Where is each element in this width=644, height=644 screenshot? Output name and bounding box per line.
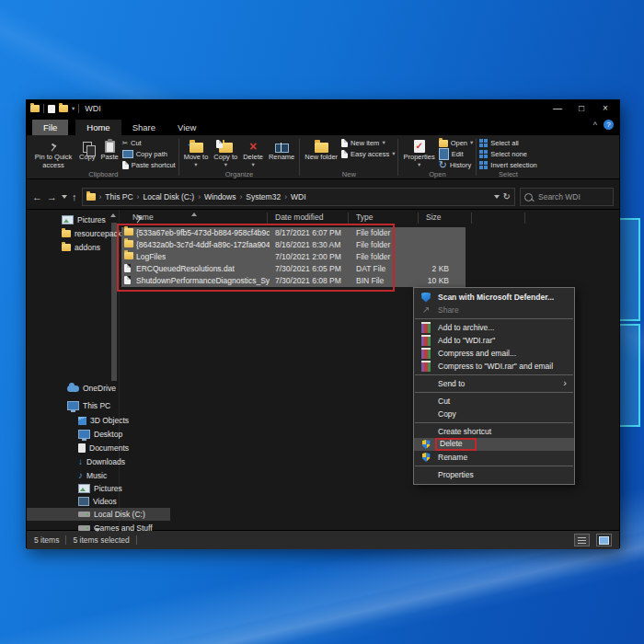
ribbon-group-open: ✓ Properties ▾ Open ▾ Edit <box>398 136 476 178</box>
breadcrumb-this-pc[interactable]: This PC <box>105 192 132 201</box>
menu-item-compress-and-email[interactable]: Compress and email... <box>414 347 574 360</box>
divider <box>415 422 573 423</box>
file-row[interactable]: ShutdownPerformanceDiagnostics_Syste... … <box>121 275 466 287</box>
properties-button[interactable]: ✓ Properties ▾ <box>401 137 436 167</box>
menu-item-cut[interactable]: Cut <box>414 395 574 408</box>
help-icon[interactable]: ? <box>604 120 614 130</box>
refresh-icon[interactable]: ↻ <box>503 192 511 201</box>
paste-button[interactable]: Paste <box>99 137 121 162</box>
rename-icon <box>275 144 289 153</box>
divider <box>415 318 573 319</box>
winrar-icon <box>421 335 431 346</box>
file-row[interactable]: LogFiles 7/10/2021 2:00 PM File folder <box>121 251 466 263</box>
copy-to-button[interactable]: Copy to ▾ <box>212 137 239 167</box>
rename-button[interactable]: Rename <box>267 137 296 162</box>
thumbnails-view-button[interactable] <box>596 534 612 546</box>
tab-view[interactable]: View <box>167 120 207 135</box>
menu-item-add-to-archive[interactable]: Add to archive... <box>414 321 574 334</box>
file-explorer-window: ▾ WDI — □ × File Home Share View ^ ? <box>26 99 620 548</box>
search-box[interactable] <box>520 188 614 206</box>
copy-button[interactable]: Copy <box>77 137 98 162</box>
new-item-button[interactable]: New item ▾ <box>341 138 395 148</box>
title-bar: ▾ WDI — □ × <box>27 100 619 117</box>
ribbon-tab-bar: File Home Share View ^ ? <box>27 117 619 135</box>
divider[interactable] <box>348 213 349 224</box>
breadcrumb-wdi[interactable]: WDI <box>291 192 306 201</box>
column-header-type[interactable]: Type <box>356 213 373 222</box>
folder-icon <box>62 244 71 251</box>
maximize-button[interactable]: □ <box>571 101 592 116</box>
copy-path-icon <box>122 150 133 158</box>
history-button[interactable]: ↻ History <box>439 160 474 170</box>
column-header-size[interactable]: Size <box>426 213 442 222</box>
winrar-icon <box>421 361 431 372</box>
column-headers: Name Date modified Type Size <box>120 210 619 224</box>
recent-locations-icon[interactable] <box>62 195 67 199</box>
divider <box>43 104 44 113</box>
select-all-button[interactable]: Select all <box>479 138 536 148</box>
divider[interactable] <box>418 213 419 224</box>
this-pc-icon <box>67 401 79 410</box>
select-none-button[interactable]: Select none <box>479 149 536 159</box>
uac-shield-icon <box>422 453 431 462</box>
divider[interactable] <box>524 213 525 224</box>
menu-item-share: ↗ Share <box>414 304 574 316</box>
easy-access-button[interactable]: Easy access ▾ <box>341 149 395 159</box>
tab-file[interactable]: File <box>32 120 68 135</box>
breadcrumb-windows[interactable]: Windows <box>204 192 236 201</box>
details-view-button[interactable] <box>574 534 590 546</box>
open-button[interactable]: Open ▾ <box>439 138 474 148</box>
delete-icon: × <box>249 140 257 153</box>
file-row[interactable]: {86432a0b-3c7d-4ddf-a89c-172faa90485d} 8… <box>121 239 466 251</box>
paste-icon <box>105 141 115 153</box>
drive-icon <box>78 525 90 531</box>
column-header-name[interactable]: Name <box>132 213 154 222</box>
music-icon: ♪ <box>78 471 83 480</box>
file-row[interactable]: {533a67eb-9fb5-473d-b884-958cf4b9c4a3} 8… <box>121 227 466 239</box>
new-folder-button[interactable]: New folder <box>303 137 339 162</box>
collapse-ribbon-icon[interactable]: ^ <box>593 121 597 130</box>
pictures-icon <box>62 215 74 224</box>
cut-button[interactable]: ✂ Cut <box>122 138 176 148</box>
forward-icon[interactable]: → <box>47 192 57 202</box>
breadcrumb[interactable]: › This PC › Local Disk (C:) › Windows › … <box>82 188 516 206</box>
menu-item-copy[interactable]: Copy <box>414 408 574 420</box>
close-button[interactable]: × <box>595 101 615 116</box>
menu-item-rename[interactable]: Rename <box>414 451 574 464</box>
tab-share[interactable]: Share <box>121 120 167 135</box>
file-row[interactable]: ERCQueuedResolutions.dat 7/30/2021 6:05 … <box>121 263 466 275</box>
move-to-button[interactable]: ← Move to ▾ <box>182 137 211 167</box>
qat-customize-icon[interactable]: ▾ <box>72 106 75 112</box>
copy-path-button[interactable]: Copy path <box>122 149 176 159</box>
menu-item-scan-with-defender[interactable]: Scan with Microsoft Defender... <box>414 291 574 304</box>
invert-selection-button[interactable]: Invert selection <box>479 160 536 170</box>
pin-to-quick-access-button[interactable]: Pin to Quick access <box>31 137 75 169</box>
minimize-button[interactable]: — <box>547 101 568 116</box>
divider <box>78 104 79 113</box>
edit-button[interactable]: Edit <box>439 149 474 159</box>
menu-item-add-to-wdi-rar[interactable]: Add to "WDI.rar" <box>414 334 574 347</box>
address-bar: ← → ↑ › This PC › Local Disk (C:) › Wind… <box>27 185 619 210</box>
tab-home[interactable]: Home <box>75 120 121 135</box>
menu-item-delete[interactable]: Delete <box>414 438 574 451</box>
back-icon[interactable]: ← <box>32 192 42 202</box>
search-input[interactable] <box>536 191 604 202</box>
scissors-icon: ✂ <box>122 139 128 147</box>
qat-new-folder-icon[interactable] <box>59 105 68 112</box>
divider[interactable] <box>267 213 268 224</box>
qat-properties-icon[interactable] <box>48 105 55 113</box>
delete-button[interactable]: × Delete ▾ <box>241 137 265 167</box>
menu-item-properties[interactable]: Properties <box>414 468 574 481</box>
up-icon[interactable]: ↑ <box>72 192 77 202</box>
divider[interactable] <box>471 213 472 224</box>
column-header-date-modified[interactable]: Date modified <box>275 213 323 222</box>
menu-item-create-shortcut[interactable]: Create shortcut <box>414 425 574 438</box>
breadcrumb-local-disk[interactable]: Local Disk (C:) <box>143 192 194 201</box>
menu-item-compress-to-wdi-rar-and-email[interactable]: Compress to "WDI.rar" and email <box>414 360 574 373</box>
paste-shortcut-button[interactable]: Paste shortcut <box>122 160 176 170</box>
menu-item-send-to[interactable]: Send to › <box>414 377 574 390</box>
breadcrumb-system32[interactable]: System32 <box>246 192 281 201</box>
sidebar-scroll-down-icon[interactable] <box>95 528 100 532</box>
new-item-icon <box>341 139 348 147</box>
address-dropdown-icon[interactable] <box>494 195 500 199</box>
